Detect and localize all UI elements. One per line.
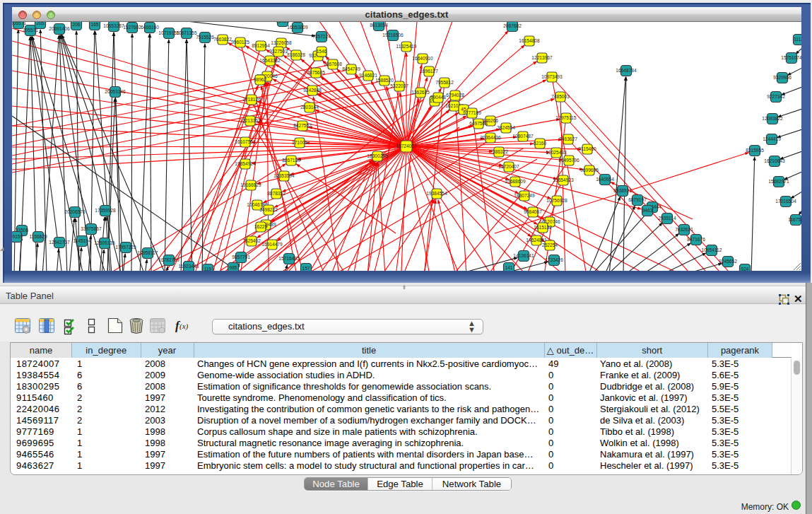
svg-text:924: 924	[741, 267, 748, 271]
svg-text:7663822: 7663822	[213, 37, 232, 42]
svg-text:8938923: 8938923	[613, 188, 632, 193]
svg-text:2087682: 2087682	[503, 23, 522, 28]
svg-text:16053: 16053	[276, 22, 290, 23]
svg-text:8471676: 8471676	[687, 237, 705, 242]
svg-text:(x): (x)	[180, 322, 189, 331]
svg-text:2803144: 2803144	[300, 105, 319, 110]
svg-text:19854924: 19854924	[235, 161, 256, 166]
svg-text:12942737: 12942737	[49, 240, 70, 245]
svg-text:990448: 990448	[430, 95, 446, 100]
svg-text:9463627: 9463627	[559, 136, 577, 141]
svg-text:17359928: 17359928	[95, 208, 116, 213]
svg-text:7357224: 7357224	[312, 34, 331, 39]
svg-text:1640954: 1640954	[596, 177, 614, 182]
svg-text:9242848: 9242848	[303, 88, 322, 93]
svg-text:2718126: 2718126	[242, 97, 261, 102]
svg-text:1733426: 1733426	[545, 257, 563, 262]
svg-text:171006: 171006	[292, 140, 307, 145]
svg-text:9777169: 9777169	[463, 110, 481, 115]
svg-text:8878352: 8878352	[267, 191, 286, 196]
svg-text:39159: 39159	[12, 234, 23, 239]
svg-text:1615132: 1615132	[534, 225, 552, 230]
svg-text:12353594: 12353594	[273, 173, 295, 178]
svg-text:19166829: 19166829	[240, 182, 261, 187]
svg-text:12213967: 12213967	[531, 55, 553, 60]
svg-text:62160: 62160	[534, 141, 547, 146]
svg-text:8186328: 8186328	[287, 52, 305, 57]
svg-text:16543382: 16543382	[259, 58, 281, 63]
svg-text:10973493: 10973493	[541, 74, 563, 79]
svg-text:3498222: 3498222	[259, 207, 278, 212]
svg-text:10671355: 10671355	[176, 30, 197, 35]
svg-text:10688609: 10688609	[505, 179, 526, 184]
svg-text:157: 157	[302, 266, 310, 271]
svg-text:19218506: 19218506	[382, 33, 404, 37]
svg-text:6794028: 6794028	[446, 93, 464, 98]
svg-text:1696127: 1696127	[420, 69, 438, 74]
svg-text:10756928: 10756928	[546, 198, 567, 203]
svg-text:12093822: 12093822	[762, 116, 783, 121]
svg-text:15692971: 15692971	[768, 179, 789, 184]
svg-text:12505135: 12505135	[94, 240, 115, 245]
svg-text:9084067: 9084067	[524, 209, 542, 214]
svg-text:14524851: 14524851	[526, 238, 547, 243]
svg-text:20053346: 20053346	[105, 89, 126, 94]
svg-text:7625402: 7625402	[242, 238, 261, 243]
svg-text:18724007: 18724007	[396, 144, 417, 148]
svg-text:16495796: 16495796	[558, 158, 579, 163]
svg-text:17957225: 17957225	[115, 245, 136, 250]
svg-text:9327503: 9327503	[269, 49, 288, 54]
svg-text:8427552: 8427552	[293, 123, 312, 128]
svg-text:1546: 1546	[317, 49, 327, 54]
svg-text:7485003: 7485003	[551, 94, 570, 99]
svg-text:9115460: 9115460	[578, 146, 596, 151]
svg-text:13226058: 13226058	[271, 40, 292, 45]
svg-text:1145194: 1145194	[73, 238, 91, 243]
svg-text:7386322: 7386322	[490, 149, 508, 154]
svg-text:8613054: 8613054	[370, 23, 388, 28]
svg-text:6879197: 6879197	[628, 197, 647, 202]
svg-text:16782759: 16782759	[158, 257, 180, 262]
svg-text:18300295: 18300295	[367, 153, 388, 158]
svg-text:9245652: 9245652	[719, 259, 737, 264]
svg-text:20206576: 20206576	[64, 209, 86, 214]
svg-text:9329966: 9329966	[773, 75, 792, 80]
svg-text:9227342: 9227342	[767, 94, 785, 99]
svg-text:116753: 116753	[788, 217, 801, 222]
svg-text:2867608: 2867608	[324, 62, 342, 66]
svg-text:20364436: 20364436	[480, 135, 501, 140]
svg-text:1362615: 1362615	[411, 90, 430, 95]
svg-text:16107553: 16107553	[235, 139, 256, 144]
svg-text:6466160: 6466160	[141, 25, 159, 30]
svg-text:10653287: 10653287	[103, 23, 124, 28]
svg-text:7515526: 7515526	[196, 35, 214, 40]
svg-text:1527602: 1527602	[123, 25, 141, 30]
svg-text:252254: 252254	[542, 243, 558, 247]
svg-text:5322037: 5322037	[390, 83, 408, 88]
svg-text:16053809: 16053809	[287, 25, 308, 30]
svg-text:98962: 98962	[254, 77, 267, 82]
svg-text:17016504: 17016504	[775, 199, 796, 204]
svg-text:16914479: 16914479	[261, 242, 283, 247]
svg-text:8912954: 8912954	[252, 43, 270, 48]
svg-text:1588520: 1588520	[375, 78, 394, 83]
svg-text:10025433: 10025433	[546, 150, 567, 155]
svg-text:3624554: 3624554	[497, 125, 515, 130]
svg-text:1244419: 1244419	[763, 136, 781, 141]
svg-text:205571: 205571	[12, 22, 26, 25]
svg-text:8215955: 8215955	[746, 148, 764, 153]
svg-text:12975115: 12975115	[556, 115, 577, 120]
svg-text:1156829: 1156829	[29, 234, 47, 239]
svg-text:7632621: 7632621	[675, 227, 693, 232]
svg-text:33975867: 33975867	[81, 226, 102, 231]
svg-text:9960125: 9960125	[231, 40, 249, 45]
svg-text:13654923: 13654923	[553, 177, 574, 182]
svg-text:1112: 1112	[794, 37, 801, 42]
svg-text:20691406: 20691406	[49, 26, 70, 31]
svg-text:11923448: 11923448	[179, 264, 199, 269]
svg-text:16210643: 16210643	[764, 158, 785, 163]
svg-text:8267130: 8267130	[282, 158, 300, 163]
svg-text:9857791: 9857791	[232, 255, 250, 259]
svg-text:141: 141	[505, 265, 512, 270]
svg-text:16154808: 16154808	[519, 38, 540, 43]
